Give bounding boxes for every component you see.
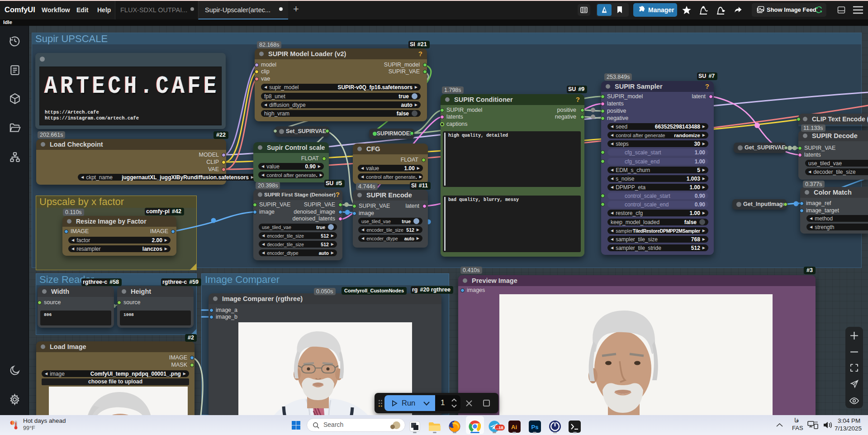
svg-text:Ps: Ps [531, 424, 539, 430]
svg-text:Ai: Ai [511, 424, 517, 430]
